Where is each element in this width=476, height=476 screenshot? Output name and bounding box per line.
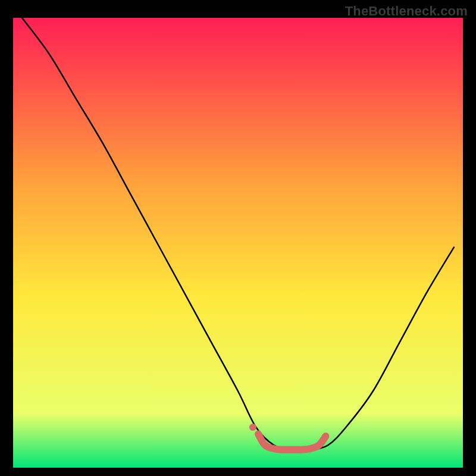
chart-svg: [13, 18, 463, 468]
watermark-text: TheBottleneck.com: [345, 4, 468, 19]
chart-container: TheBottleneck.com: [0, 0, 476, 476]
plot-area: [13, 18, 463, 468]
gradient-background: [13, 18, 463, 468]
highlight-dot-left: [249, 424, 256, 431]
